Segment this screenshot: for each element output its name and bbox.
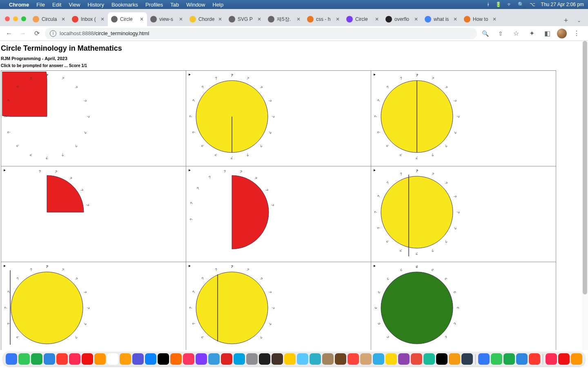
address-bar[interactable]: i localhost:8888/circle_terminology.html (45, 28, 477, 39)
browser-tab[interactable]: Circle✕ (108, 12, 147, 26)
dock-app-icon[interactable] (516, 353, 528, 365)
cell-disc[interactable]: ▸ ccccccccccccccccc (371, 262, 556, 350)
tab-overflow-button[interactable]: ⌄ (573, 15, 585, 26)
menu-tab[interactable]: Tab (170, 2, 179, 8)
menu-edit[interactable]: Edit (52, 2, 61, 8)
dock-app-icon[interactable] (310, 353, 321, 365)
dock-app-icon[interactable] (436, 353, 448, 365)
menu-view[interactable]: View (69, 2, 80, 8)
browser-tab[interactable]: view-s✕ (147, 12, 186, 26)
reload-button[interactable]: ⟳ (31, 28, 42, 39)
close-tab-icon[interactable]: ✕ (218, 16, 222, 22)
profile-avatar[interactable] (557, 29, 567, 38)
dock-app-icon[interactable] (360, 353, 372, 365)
close-tab-icon[interactable]: ✕ (61, 16, 65, 22)
browser-tab[interactable]: 제5장.✕ (265, 12, 304, 26)
forward-button[interactable]: → (17, 28, 29, 39)
close-tab-icon[interactable]: ✕ (140, 16, 144, 22)
close-tab-icon[interactable]: ✕ (296, 16, 301, 22)
new-tab-button[interactable]: + (560, 15, 572, 26)
menu-history[interactable]: History (87, 2, 104, 8)
cell-secant[interactable]: ▸ ????????????????? (371, 166, 556, 262)
dock-app-icon[interactable] (571, 353, 582, 365)
browser-tab[interactable]: what is✕ (421, 12, 461, 26)
dock-app-icon[interactable] (503, 353, 515, 365)
dock-app-icon[interactable] (94, 353, 106, 365)
zoom-window[interactable] (21, 16, 26, 21)
dock-app-icon[interactable] (322, 353, 334, 365)
cell-minor-sector[interactable]: ▸ ????? (1, 166, 186, 262)
dock-app-icon[interactable] (69, 353, 80, 365)
extensions-icon[interactable]: ✦ (526, 28, 537, 39)
dock-app-icon[interactable] (491, 353, 502, 365)
app-menu[interactable]: Chrome (9, 2, 29, 8)
close-tab-icon[interactable]: ✕ (492, 16, 497, 22)
browser-tab[interactable]: How to✕ (461, 12, 500, 26)
dock-app-icon[interactable] (221, 353, 232, 365)
dock-app-icon[interactable] (183, 353, 194, 365)
dock-app-icon[interactable] (18, 353, 30, 365)
dock-app-icon[interactable] (529, 353, 540, 365)
site-info-icon[interactable]: i (50, 30, 56, 37)
dock-app-icon[interactable] (461, 353, 473, 365)
dock-app-icon[interactable] (44, 353, 55, 365)
dock-app-icon[interactable] (145, 353, 156, 365)
dock-app-icon[interactable] (373, 353, 384, 365)
browser-tab[interactable]: Chorde✕ (186, 12, 225, 26)
cell-major-sector[interactable]: ▸ ????????????????? (1, 71, 186, 166)
chrome-menu-icon[interactable]: ⋮ (571, 28, 582, 39)
dock-app-icon[interactable] (132, 353, 144, 365)
spotlight-icon[interactable]: 🔍 (518, 2, 524, 7)
dock-app-icon[interactable] (234, 353, 245, 365)
bookmark-icon[interactable]: ☆ (510, 28, 522, 39)
close-tab-icon[interactable]: ✕ (100, 16, 105, 22)
dock-app-icon[interactable] (546, 353, 557, 365)
dock-app-icon[interactable] (398, 353, 410, 365)
dock-app-icon[interactable] (335, 353, 346, 365)
menu-window[interactable]: Window (186, 2, 205, 8)
menu-bookmarks[interactable]: Bookmarks (111, 2, 138, 8)
close-tab-icon[interactable]: ✕ (414, 16, 418, 22)
back-button[interactable]: ← (3, 28, 15, 39)
score-line[interactable]: Click to be prompted for answer ... Scor… (1, 63, 586, 68)
close-window[interactable] (5, 16, 10, 21)
menu-help[interactable]: Help (213, 2, 224, 8)
vertical-scrollbar[interactable] (582, 41, 588, 350)
dock-app-icon[interactable] (272, 353, 283, 365)
dock-app-icon[interactable] (478, 353, 490, 365)
close-tab-icon[interactable]: ✕ (336, 16, 340, 22)
dock-app-icon[interactable] (196, 353, 207, 365)
control-center-icon[interactable]: ⌥ (530, 2, 535, 7)
browser-tab[interactable]: SVG P✕ (225, 12, 265, 26)
dock-app-icon[interactable] (385, 353, 397, 365)
browser-tab[interactable]: Circula✕ (29, 12, 69, 26)
dock-app-icon[interactable] (259, 353, 270, 365)
cell-radius[interactable]: ▸ ????????????????? (186, 71, 371, 166)
close-tab-icon[interactable]: ✕ (453, 16, 457, 22)
browser-tab[interactable]: overflo✕ (382, 12, 421, 26)
cell-tangent[interactable]: ▸ ????????????????? (1, 262, 186, 350)
dock-app-icon[interactable] (297, 353, 308, 365)
zoom-icon[interactable]: 🔍 (479, 28, 491, 39)
cell-semicircle[interactable]: ▸ ????????? (186, 166, 371, 262)
dock-app-icon[interactable] (558, 353, 570, 365)
dock-app-icon[interactable] (82, 353, 93, 365)
dock-app-icon[interactable] (107, 353, 118, 365)
dock-app-icon[interactable] (31, 353, 42, 365)
cell-diameter[interactable]: ▸ ????????????????? (371, 71, 556, 166)
menu-file[interactable]: File (36, 2, 45, 8)
dock-app-icon[interactable] (170, 353, 182, 365)
clock[interactable]: Thu 27 Apr 2:06 pm (541, 2, 584, 7)
browser-tab[interactable]: Circle✕ (343, 12, 382, 26)
battery-icon[interactable]: 🔋 (495, 2, 501, 7)
menu-profiles[interactable]: Profiles (145, 2, 163, 8)
dock-app-icon[interactable] (347, 353, 359, 365)
dock-app-icon[interactable] (6, 353, 17, 365)
wifi-icon[interactable]: ᯤ (507, 2, 512, 7)
side-panel-icon[interactable]: ◧ (541, 28, 553, 39)
cell-chord[interactable]: ▸ ????????????????? (186, 262, 371, 350)
dock-app-icon[interactable] (208, 353, 220, 365)
scrollbar-thumb[interactable] (583, 41, 587, 294)
dock-app-icon[interactable] (56, 353, 68, 365)
bluetooth-icon[interactable]: ᚼ (487, 2, 490, 7)
